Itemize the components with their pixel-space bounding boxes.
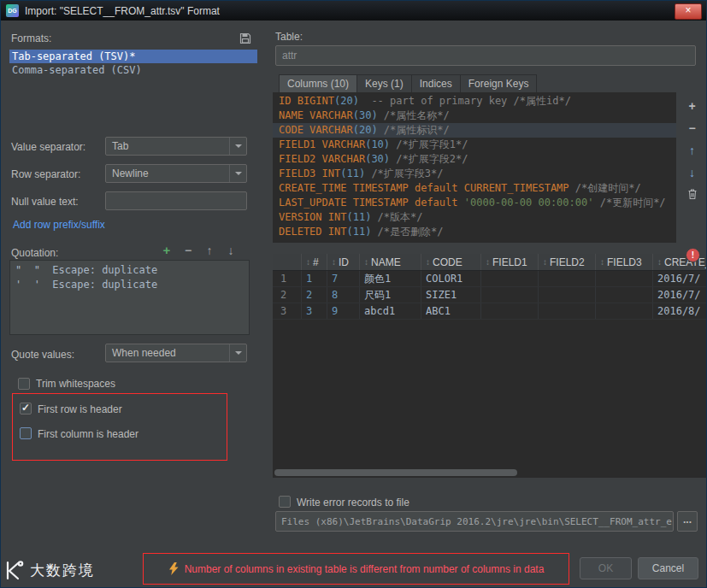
first-column-header-checkbox[interactable] [20,427,32,439]
grid-header-[interactable]: ↕# [302,254,327,270]
sort-icon: ↕ [543,257,547,267]
row-separator-select[interactable]: Newline [105,164,247,183]
move-up-icon[interactable]: ↑ [686,144,699,157]
grid-cell[interactable] [481,303,539,319]
grid-header-label: FIELD1 [492,256,527,268]
chevron-down-icon[interactable] [229,138,246,155]
grid-cell[interactable] [481,271,539,286]
grid-header-name[interactable]: ↕NAME [360,254,421,270]
grid-cell[interactable]: 尺码1 [360,287,421,303]
write-error-records-label[interactable]: Write error records to file [297,497,409,509]
ddl-line[interactable]: FIELD2 VARCHAR(30) /*扩展字段2*/ [273,152,676,167]
quote-values-select[interactable]: When needed [105,344,247,362]
error-file-path-value: Files (x86)\JetBrains\DataGrip 2016.2\jr… [276,512,673,527]
delete-icon[interactable] [686,188,699,202]
grid-cell[interactable] [539,271,596,286]
ddl-line[interactable]: VERSION INT(11) /*版本*/ [273,210,676,225]
trim-whitespaces-checkbox[interactable] [18,378,30,390]
tab-keys-1[interactable]: Keys (1) [356,74,412,92]
grid-cell[interactable]: 8 [327,287,360,303]
move-down-icon[interactable]: ↓ [224,244,238,257]
grid-cell[interactable]: COLOR1 [421,271,481,286]
grid-cell[interactable] [539,287,596,303]
grid-cell[interactable]: ABC1 [421,303,481,319]
move-up-icon[interactable]: ↑ [203,244,216,257]
grid-cell[interactable]: 1 [302,271,327,286]
grid-cell[interactable]: 2016/7/ [653,271,707,286]
close-button[interactable]: × [675,3,702,20]
grid-cell[interactable] [596,271,653,286]
grid-header-id[interactable]: ↕ID [327,254,360,270]
grid-cell[interactable]: 颜色1 [360,271,421,286]
ok-button[interactable]: OK [580,557,632,579]
grid-row[interactable]: 117颜色1COLOR12016/7/ [273,271,707,287]
row-number: 3 [273,303,302,319]
grid-header-label: # [313,256,319,268]
grid-cell[interactable]: 3 [302,303,327,319]
ddl-line[interactable]: LAST_UPDATE TIMESTAMP default '0000-00-0… [273,196,676,210]
tab-columns-10[interactable]: Columns (10) [279,74,357,92]
chevron-down-icon[interactable] [229,165,246,182]
ddl-line[interactable]: FIELD3 INT(11) /*扩展字段3*/ [273,167,676,181]
ddl-line[interactable]: CODE VARCHAR(20) /*属性标识*/ [273,123,676,138]
cancel-button[interactable]: Cancel [638,557,698,579]
add-column-icon[interactable]: + [686,99,699,113]
grid-header-field1[interactable]: ↕FIELD1 [481,254,539,270]
format-item[interactable]: Comma-separated (CSV) [9,63,257,77]
title-bar: DG Import: "SELECT__FROM_attr.tsv" Forma… [1,1,706,21]
tab-indices[interactable]: Indices [411,74,461,92]
ddl-line[interactable]: CREATE_TIME TIMESTAMP default CURRENT_TI… [273,181,676,196]
ddl-line[interactable]: ID BIGINT(20) -- part of primary key /*属… [273,94,676,109]
grid-cell[interactable]: SIZE1 [421,287,481,303]
ddl-line[interactable]: NAME VARCHAR(30) /*属性名称*/ [273,109,676,123]
grid-cell[interactable] [596,303,653,319]
grid-header-field2[interactable]: ↕FIELD2 [539,254,596,270]
error-file-path-field[interactable]: Files (x86)\JetBrains\DataGrip 2016.2\jr… [275,511,674,532]
null-value-input[interactable] [105,191,247,210]
quotation-label: Quotation: [11,247,58,259]
ddl-editor[interactable]: ID BIGINT(20) -- part of primary key /*属… [273,92,676,243]
grid-cell[interactable] [596,287,653,303]
grid-cell[interactable]: 2016/8/ [653,303,707,319]
ddl-line[interactable]: DELETED INT(11) /*是否删除*/ [273,225,676,239]
remove-icon[interactable]: − [181,244,195,257]
watermark-text: 大数跨境 [30,561,95,580]
sort-icon: ↕ [306,257,310,267]
add-row-prefix-suffix-link[interactable]: Add row prefix/suffix [13,219,105,231]
browse-button[interactable]: ... [677,511,698,532]
format-item[interactable]: Tab-separated (TSV)* [9,50,257,63]
table-name-value: attr [276,46,695,62]
quotation-item[interactable]: " " Escape: duplicate [10,263,249,278]
grid-row[interactable]: 339abcd1ABC12016/8/ [273,303,707,320]
grid-cell[interactable]: 9 [327,303,360,319]
first-row-header-checkbox[interactable] [20,403,32,415]
data-preview-grid: ↕#↕ID↕NAME↕CODE↕FIELD1↕FIELD2↕FIELD3↕CRE… [273,254,707,478]
ddl-line[interactable]: FIELD1 VARCHAR(10) /*扩展字段1*/ [273,138,676,152]
chevron-down-icon[interactable] [229,344,246,362]
tab-foreign-keys[interactable]: Foreign Keys [460,74,538,92]
grid-cell[interactable]: abcd1 [360,303,421,319]
move-down-icon[interactable]: ↓ [686,166,699,179]
quotation-item[interactable]: ' ' Escape: duplicate [10,278,249,292]
save-format-icon[interactable] [239,32,252,45]
first-row-header-label[interactable]: First row is header [38,403,122,415]
trim-whitespaces-label[interactable]: Trim whitespaces [36,378,115,390]
grid-row[interactable]: 228尺码1SIZE12016/7/ [273,287,707,303]
formats-label: Formats: [11,32,51,44]
grid-cell[interactable]: 7 [327,271,360,286]
grid-header-code[interactable]: ↕CODE [421,254,481,270]
grid-cell[interactable]: 2016/7/ [653,287,707,303]
add-icon[interactable]: + [160,244,174,257]
remove-column-icon[interactable]: − [686,121,699,135]
horizontal-scrollbar[interactable] [274,469,517,476]
grid-cell[interactable]: 2 [302,287,327,303]
value-separator-select[interactable]: Tab [105,137,247,156]
null-value-label: Null value text: [11,196,79,208]
table-name-field[interactable]: attr [275,45,696,66]
quotation-toolbar: + − ↑ ↓ [160,244,238,257]
first-column-header-label[interactable]: First column is header [38,428,138,440]
grid-cell[interactable] [481,287,539,303]
write-error-records-checkbox[interactable] [279,496,291,508]
grid-cell[interactable] [539,303,596,319]
grid-header-field3[interactable]: ↕FIELD3 [596,254,653,270]
